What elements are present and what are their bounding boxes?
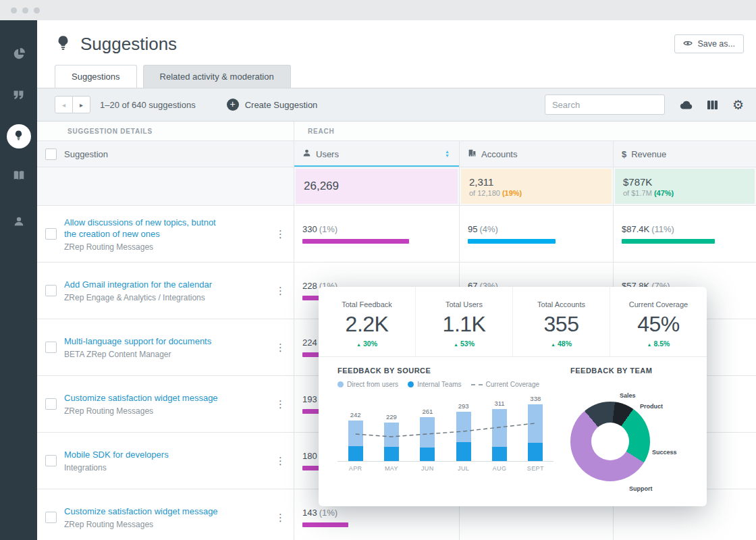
tab-related-activity[interactable]: Related activity & moderation <box>143 65 291 88</box>
legend-dot-internal <box>408 381 414 387</box>
suggestion-link[interactable]: Add Gmail integration for the calendar <box>64 279 230 290</box>
users-total: 26,269 <box>304 180 458 193</box>
column-revenue[interactable]: $ Revenue <box>613 141 756 167</box>
bar-apr: 242 <box>344 411 367 461</box>
window-dot-icon <box>22 7 28 14</box>
page-header: Suggestions Save as... Suggestions Relat… <box>37 20 756 88</box>
cloud-icon[interactable] <box>680 101 693 109</box>
suggestion-link[interactable]: Multi-language support for documents <box>64 335 230 347</box>
book-icon <box>12 169 26 185</box>
page-title: Suggestions <box>80 34 177 55</box>
row-menu-button[interactable]: ⋮ <box>269 452 292 470</box>
pie-chart-icon <box>12 47 26 63</box>
gear-icon[interactable]: ⚙ <box>732 99 744 111</box>
column-suggestion[interactable]: Suggestion <box>64 149 108 159</box>
accounts-total-block: 2,311 of 12,180 (19%) <box>461 169 612 204</box>
row-menu-button[interactable]: ⋮ <box>269 225 292 243</box>
accounts-percent: (19%) <box>502 189 522 197</box>
table-column-header: Suggestion Users ▲▼ Accounts $ Revenue <box>37 141 756 167</box>
donut-label-success: Success <box>652 449 677 456</box>
table-row: Allow discussions of new topics, butnot … <box>37 206 756 263</box>
suggestion-link[interactable]: Mobile SDK for developers <box>64 449 230 460</box>
legend-dash-icon <box>471 384 483 385</box>
column-users[interactable]: Users ▲▼ <box>294 141 459 167</box>
row-checkbox[interactable] <box>45 342 57 353</box>
window-dot-icon <box>11 7 17 14</box>
save-as-label: Save as... <box>697 39 735 49</box>
stat-total-feedback: Total Feedback 2.2K ▲30% <box>319 287 416 356</box>
users-percent: (1%) <box>319 508 338 518</box>
row-checkbox[interactable] <box>45 455 57 466</box>
plus-circle-icon: + <box>227 99 239 111</box>
lightbulb-icon <box>13 130 24 144</box>
sidebar-item-feedback[interactable] <box>0 76 37 116</box>
users-percent: (1%) <box>319 224 338 234</box>
arrow-right-icon: ▸ <box>80 101 83 109</box>
suggestion-link[interactable]: Customize satisfaction widget message <box>64 392 230 404</box>
sidebar-item-account[interactable] <box>0 202 37 243</box>
row-menu-button[interactable]: ⋮ <box>269 339 292 356</box>
row-checkbox[interactable] <box>45 512 57 523</box>
column-accounts[interactable]: Accounts <box>459 141 613 167</box>
sidebar-item-suggestions[interactable] <box>0 116 37 157</box>
create-suggestion-button[interactable]: + Create Suggestion <box>227 99 318 111</box>
suggestion-link[interactable]: Allow discussions of new topics, butnot … <box>64 217 230 240</box>
eye-icon <box>683 39 693 49</box>
building-icon <box>468 148 477 159</box>
sidebar-item-roadmap[interactable] <box>0 157 37 197</box>
row-checkbox[interactable] <box>45 228 57 240</box>
select-all-checkbox[interactable] <box>45 148 57 160</box>
up-arrow-icon: ▲ <box>551 342 556 347</box>
row-checkbox[interactable] <box>45 398 57 410</box>
bar-aug: 311 <box>488 400 511 461</box>
users-value: 193 <box>302 394 317 404</box>
person-icon <box>12 215 26 231</box>
revenue-total-block: $787K of $1.7M (47%) <box>615 169 755 204</box>
row-menu-button[interactable]: ⋮ <box>269 396 292 413</box>
app-window: Suggestions Save as... Suggestions Relat… <box>0 0 756 540</box>
accounts-sub: of 12,180 <box>469 189 500 197</box>
revenue-percent: (47%) <box>654 189 674 197</box>
group-reach: Reach <box>308 128 335 135</box>
table-summary-row: 26,269 2,311 of 12,180 (19%) $787K of $1… <box>37 167 756 206</box>
tab-suggestions[interactable]: Suggestions <box>55 65 137 88</box>
suggestion-category: BETA ZRep Content Manager <box>64 350 230 359</box>
sidebar-item-reports[interactable] <box>0 35 37 76</box>
suggestion-link[interactable]: Customize satisfaction widget message <box>64 506 230 517</box>
users-value: 224 <box>302 338 317 348</box>
window-dot-icon <box>34 7 40 14</box>
pagination-range-text: 1–20 of 640 suggestions <box>100 100 196 110</box>
revenue-sub: of $1.7M <box>623 189 652 197</box>
column-accounts-label: Accounts <box>481 149 517 159</box>
stats-row: Total Feedback 2.2K ▲30% Total Users 1.1… <box>319 287 707 357</box>
suggestion-category: Integrations <box>64 463 230 473</box>
donut-label-sales: Sales <box>620 392 636 399</box>
tab-bar: Suggestions Related activity & moderatio… <box>55 65 291 88</box>
stat-current-coverage: Current Coverage 45% ▲8.5% <box>610 287 707 356</box>
suggestion-category: ZRep Routing Messages <box>64 406 230 416</box>
feedback-by-team-section: Feedback by Team Sales Product Success S… <box>560 367 688 472</box>
up-arrow-icon: ▲ <box>647 342 652 347</box>
bar-may: 229 <box>380 413 403 461</box>
users-value: 330 <box>302 224 317 234</box>
users-value: 228 <box>302 281 317 291</box>
accounts-bar <box>468 239 556 244</box>
row-checkbox[interactable] <box>45 285 57 296</box>
up-arrow-icon: ▲ <box>454 342 458 347</box>
save-as-button[interactable]: Save as... <box>674 34 744 53</box>
bar-jun: 261 <box>416 408 439 461</box>
row-menu-button[interactable]: ⋮ <box>269 509 292 526</box>
suggestion-category: ZRep Engage & Analytics / Integrations <box>64 293 230 302</box>
previous-page-button[interactable]: ◂ <box>55 96 73 113</box>
sort-caret-icon[interactable]: ▲▼ <box>445 150 450 158</box>
lightbulb-title-icon <box>55 34 72 54</box>
toolbar: ◂ ▸ 1–20 of 640 suggestions + Create Sug… <box>37 88 756 122</box>
next-page-button[interactable]: ▸ <box>72 96 90 113</box>
dollar-icon: $ <box>622 149 626 159</box>
legend-dot-direct <box>338 381 344 387</box>
search-input[interactable] <box>545 94 665 115</box>
user-icon <box>302 148 311 159</box>
row-menu-button[interactable]: ⋮ <box>269 282 292 300</box>
arrow-left-icon: ◂ <box>62 101 65 109</box>
columns-icon[interactable] <box>707 100 718 110</box>
